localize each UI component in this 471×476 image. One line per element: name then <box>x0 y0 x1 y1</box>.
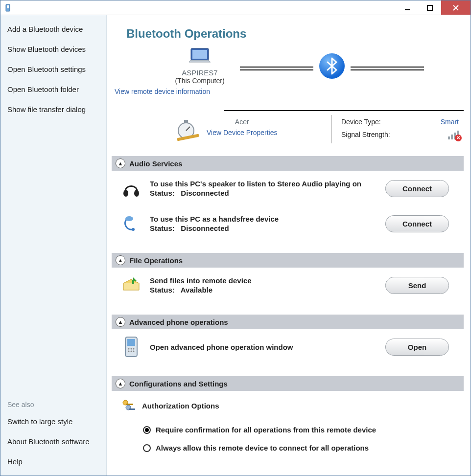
svg-point-17 <box>133 348 135 350</box>
app-icon <box>0 0 12 15</box>
svg-point-8 <box>123 190 128 197</box>
section-phone-header[interactable]: ▲ Advanced phone operations <box>112 315 464 329</box>
minimize-button[interactable] <box>396 0 419 15</box>
view-device-properties-link[interactable]: View Device Properties <box>207 129 277 136</box>
computer-sublabel: (This Computer) <box>165 77 234 85</box>
computer-name: ASPIRES7 <box>165 68 234 77</box>
service-handsfree: To use this PC as a handsfree device Sta… <box>112 206 464 241</box>
phone-icon <box>121 337 141 357</box>
see-also-heading: See also <box>0 396 106 411</box>
connection-row: ASPIRES7 (This Computer) <box>112 47 464 85</box>
vertical-separator <box>331 115 331 143</box>
chevron-up-icon: ▲ <box>116 159 125 168</box>
chevron-up-icon: ▲ <box>116 255 125 265</box>
window-body: Add a Bluetooth device Show Bluetooth de… <box>0 15 471 476</box>
keys-icon <box>121 398 136 414</box>
connection-line-right <box>351 62 424 70</box>
service-stereo-audio: To use this PC's speaker to listen to St… <box>112 171 464 206</box>
sidebar-item-open-folder[interactable]: Open Bluetooth folder <box>0 79 106 99</box>
service-desc: Open advanced phone operation window <box>150 343 377 351</box>
device-type-value[interactable]: Smart <box>441 118 459 126</box>
status-label: Status: <box>150 224 175 232</box>
sidebar-item-file-transfer[interactable]: Show file transfer dialog <box>0 99 106 119</box>
svg-rect-14 <box>127 339 135 346</box>
radio-label: Require confirmation for all operations … <box>156 426 376 434</box>
send-files-icon <box>121 275 141 295</box>
radio-require-confirmation[interactable]: Require confirmation for all operations … <box>121 421 454 439</box>
laptop-icon <box>165 47 234 68</box>
svg-rect-1 <box>7 5 9 8</box>
section-config-header[interactable]: ▲ Configurations and Settings <box>112 376 464 391</box>
device-type-label: Device Type: <box>341 118 381 126</box>
section-audio-title: Audio Services <box>129 159 182 168</box>
connect-button[interactable]: Connect <box>385 215 449 232</box>
chevron-up-icon: ▲ <box>116 379 125 388</box>
auth-heading: Authorization Options <box>142 402 219 410</box>
remote-device-name: Acer <box>207 118 277 126</box>
section-audio-header[interactable]: ▲ Audio Services <box>112 156 464 171</box>
service-desc: To use this PC's speaker to listen to St… <box>150 180 377 188</box>
close-button[interactable] <box>441 0 471 15</box>
status-value: Disconnected <box>181 224 229 232</box>
chevron-up-icon: ▲ <box>116 317 125 327</box>
bluetooth-icon <box>319 53 345 79</box>
maximize-button[interactable] <box>419 0 441 15</box>
connection-line-left <box>240 62 313 70</box>
radio-icon <box>143 444 151 452</box>
status-label: Status: <box>150 189 175 197</box>
service-send-files: Send files into remote device Status: Av… <box>112 268 464 303</box>
stopwatch-icon <box>175 118 200 144</box>
radio-icon <box>143 426 151 434</box>
sidebar-bottom: See also Switch to large style About Blu… <box>0 396 106 476</box>
sidebar-item-about[interactable]: About Bluetooth software <box>0 431 106 452</box>
send-button[interactable]: Send <box>385 277 449 294</box>
sidebar-item-add-device[interactable]: Add a Bluetooth device <box>0 19 106 39</box>
service-desc: To use this PC as a handsfree device <box>150 215 377 223</box>
service-desc: Send files into remote device <box>150 276 377 285</box>
signal-strength-label: Signal Strength: <box>341 131 390 139</box>
radio-always-allow[interactable]: Always allow this remote device to conne… <box>121 439 454 457</box>
sidebar-item-open-settings[interactable]: Open Bluetooth settings <box>0 59 106 79</box>
svg-point-11 <box>132 228 135 231</box>
device-info-row: Acer View Device Properties Device Type:… <box>112 118 464 144</box>
status-label: Status: <box>150 286 175 294</box>
svg-point-9 <box>134 190 139 197</box>
svg-rect-24 <box>129 408 135 410</box>
page-title: Bluetooth Operations <box>112 20 464 44</box>
main-content: Bluetooth Operations ASPIRES7 (This Comp… <box>107 15 471 476</box>
open-button[interactable]: Open <box>385 339 449 356</box>
headset-icon <box>121 214 141 233</box>
status-value: Available <box>181 286 212 294</box>
sidebar-item-large-style[interactable]: Switch to large style <box>0 411 106 431</box>
svg-point-18 <box>128 351 130 352</box>
service-advanced-phone: Open advanced phone operation window Ope… <box>112 329 464 364</box>
svg-point-19 <box>131 351 132 352</box>
svg-point-15 <box>128 348 130 350</box>
svg-rect-3 <box>427 5 432 10</box>
titlebar <box>0 0 471 15</box>
app-window: Add a Bluetooth device Show Bluetooth de… <box>0 0 471 476</box>
divider <box>224 110 464 111</box>
view-remote-info-link[interactable]: View remote device information <box>112 85 464 95</box>
status-value: Disconnected <box>181 189 229 197</box>
sidebar-top: Add a Bluetooth device Show Bluetooth de… <box>0 19 106 119</box>
sidebar-item-help[interactable]: Help <box>0 452 106 472</box>
section-file-title: File Operations <box>129 256 183 265</box>
svg-point-16 <box>131 348 132 350</box>
svg-rect-5 <box>192 50 207 59</box>
section-config-title: Configurations and Settings <box>129 380 228 388</box>
connect-button[interactable]: Connect <box>385 180 449 197</box>
headphones-icon <box>121 179 141 198</box>
svg-rect-22 <box>126 404 133 405</box>
this-computer: ASPIRES7 (This Computer) <box>165 47 234 85</box>
sidebar-item-show-devices[interactable]: Show Bluetooth devices <box>0 39 106 59</box>
svg-rect-7 <box>184 120 188 123</box>
svg-rect-12 <box>132 280 134 284</box>
svg-rect-2 <box>405 9 410 10</box>
radio-label: Always allow this remote device to conne… <box>156 444 369 452</box>
svg-point-10 <box>125 216 133 221</box>
section-phone-title: Advanced phone operations <box>129 318 228 326</box>
section-file-header[interactable]: ▲ File Operations <box>112 253 464 268</box>
svg-point-20 <box>133 351 135 352</box>
sidebar: Add a Bluetooth device Show Bluetooth de… <box>0 15 107 476</box>
